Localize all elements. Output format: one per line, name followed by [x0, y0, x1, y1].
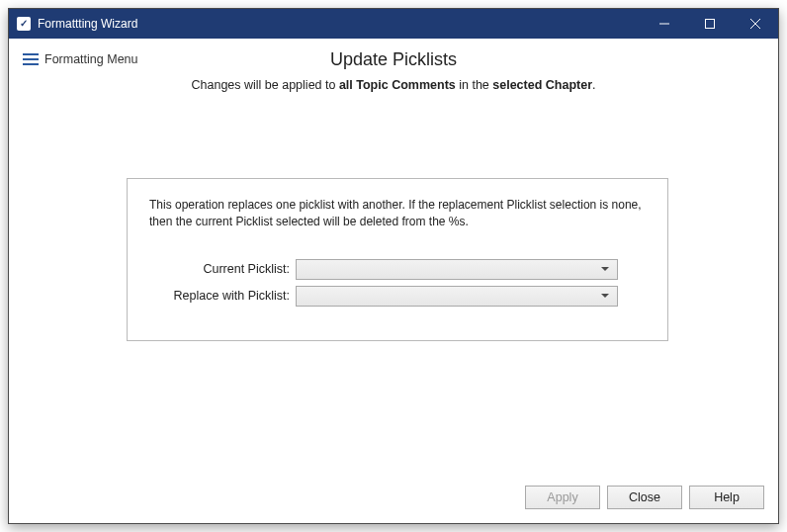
- replace-picklist-row: Replace with Picklist:: [149, 286, 646, 307]
- current-picklist-label: Current Picklist:: [149, 262, 296, 276]
- content-area: Formatting Menu Update Picklists Changes…: [9, 39, 778, 523]
- close-dialog-button[interactable]: Close: [607, 486, 682, 509]
- operation-description: This operation replaces one picklist wit…: [149, 197, 646, 231]
- maximize-button[interactable]: [687, 9, 733, 39]
- apply-button[interactable]: Apply: [525, 486, 600, 509]
- help-button[interactable]: Help: [689, 486, 764, 509]
- minimize-button[interactable]: [642, 9, 687, 39]
- replace-picklist-select[interactable]: [296, 286, 618, 307]
- formatting-menu-label: Formatting Menu: [44, 52, 137, 66]
- formatting-menu-button[interactable]: Formatting Menu: [23, 52, 137, 66]
- close-button[interactable]: [733, 9, 778, 39]
- app-icon: [17, 17, 31, 31]
- current-picklist-row: Current Picklist:: [149, 259, 646, 280]
- hamburger-icon: [23, 53, 39, 65]
- current-picklist-select[interactable]: [296, 259, 618, 280]
- titlebar[interactable]: Formattting Wizard: [9, 9, 778, 39]
- page-subtitle: Changes will be applied to all Topic Com…: [9, 78, 778, 92]
- replace-picklist-label: Replace with Picklist:: [149, 289, 296, 303]
- window-frame: Formattting Wizard Formatting Menu Updat…: [8, 8, 779, 524]
- window-title: Formattting Wizard: [38, 17, 137, 31]
- button-bar: Apply Close Help: [525, 486, 764, 509]
- svg-rect-1: [706, 20, 715, 29]
- operation-panel: This operation replaces one picklist wit…: [127, 178, 668, 341]
